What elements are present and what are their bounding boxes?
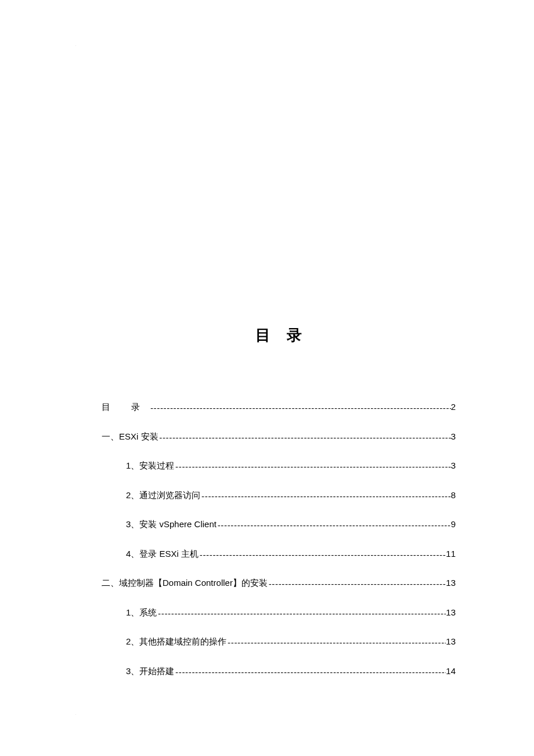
corner-dot-top: .: [75, 44, 76, 46]
toc-leader-dashes: [174, 460, 450, 473]
toc-entry-page: 11: [446, 548, 456, 561]
toc-entry-page: 13: [446, 635, 456, 649]
toc-entry-page: 13: [446, 577, 456, 590]
toc-entry-label: 3、开始搭建: [126, 665, 174, 678]
toc-entry: 二、域控制器【Domain Controller】的安装13: [102, 577, 456, 590]
toc-entry-label: 2、通过浏览器访问: [126, 489, 200, 502]
toc-entry: 1、安装过程 3: [102, 459, 456, 473]
toc-entry-page: 13: [446, 606, 456, 620]
toc-entry-page: 2: [451, 401, 456, 414]
toc-entry-label: 1、安装过程: [126, 459, 174, 473]
page-title: 目录: [102, 325, 456, 345]
toc-entry-page: 14: [446, 665, 456, 678]
table-of-contents: 目 录2一、ESXi 安装 31、安装过程 32、通过浏览器访问 83、安装 v…: [102, 401, 456, 678]
toc-entry-label: 3、安装 vSphere Client: [126, 518, 217, 531]
toc-entry: 3、开始搭建 14: [102, 665, 456, 678]
toc-entry-label: 目 录: [102, 401, 149, 414]
toc-leader-dashes: [149, 402, 450, 414]
toc-entry: 2、其他搭建域控前的操作 13: [102, 635, 456, 649]
toc-entry-page: 3: [451, 459, 456, 473]
toc-leader-dashes: [268, 578, 446, 590]
document-page: . . 目录 目 录2一、ESXi 安装 31、安装过程 32、通过浏览器访问 …: [0, 0, 534, 756]
toc-entry-label: 一、ESXi 安装: [102, 430, 158, 444]
toc-entry: 4、登录 ESXi 主机 11: [102, 548, 456, 561]
toc-leader-dashes: [158, 431, 451, 444]
toc-entry-page: 3: [451, 430, 456, 444]
toc-leader-dashes: [157, 607, 446, 620]
toc-leader-dashes: [199, 549, 446, 561]
toc-entry-label: 二、域控制器【Domain Controller】的安装: [102, 577, 268, 590]
toc-leader-dashes: [200, 490, 450, 502]
toc-leader-dashes: [174, 666, 446, 678]
toc-entry: 3、安装 vSphere Client 9: [102, 518, 456, 531]
corner-dot-bottom: .: [75, 712, 76, 715]
toc-entry: 1、系统 13: [102, 606, 456, 620]
toc-entry-label: 2、其他搭建域控前的操作: [126, 635, 226, 649]
toc-entry: 2、通过浏览器访问 8: [102, 489, 456, 502]
toc-entry-page: 9: [451, 518, 456, 531]
toc-entry-label: 1、系统: [126, 606, 157, 620]
toc-leader-dashes: [226, 636, 446, 649]
toc-entry: 目 录2: [102, 401, 456, 414]
toc-entry-label: 4、登录 ESXi 主机: [126, 548, 199, 561]
toc-entry: 一、ESXi 安装 3: [102, 430, 456, 444]
toc-leader-dashes: [217, 519, 451, 531]
toc-entry-page: 8: [451, 489, 456, 502]
